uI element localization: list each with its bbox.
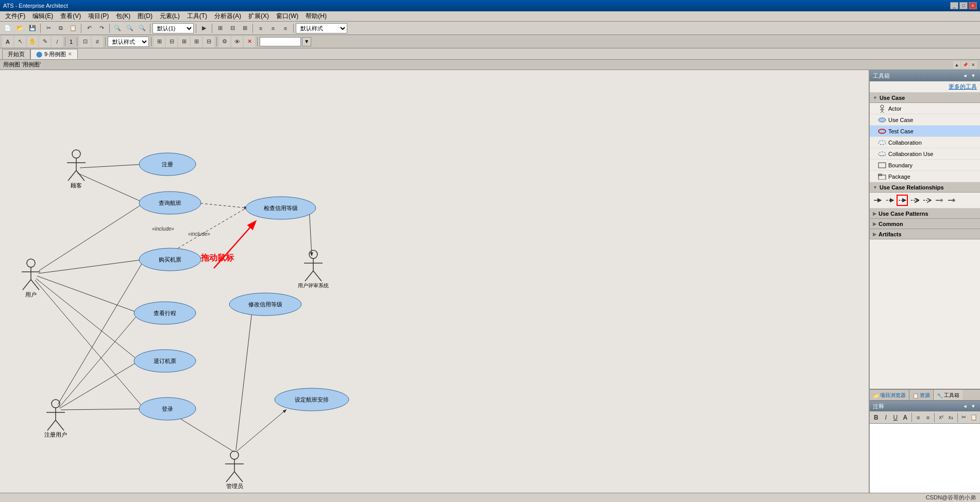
- tool-actor[interactable]: Actor: [870, 103, 980, 114]
- tool-boundary[interactable]: Boundary: [870, 160, 980, 171]
- tb-icon1[interactable]: ⊞: [214, 23, 226, 34]
- notes-super[interactable]: x²: [937, 412, 945, 423]
- save-btn[interactable]: 💾: [27, 23, 38, 34]
- notes-font-color[interactable]: A: [901, 412, 909, 423]
- notes-bold[interactable]: B: [872, 412, 881, 423]
- notes-list2[interactable]: ≡: [924, 412, 933, 423]
- zoom-dropdown[interactable]: 默认(1): [153, 23, 194, 33]
- run-btn[interactable]: ▶: [198, 23, 210, 34]
- panel-controls[interactable]: ▲ 📌 ✕: [953, 61, 977, 68]
- diag-grid[interactable]: #: [92, 36, 103, 47]
- pin-icon[interactable]: 📌: [961, 61, 969, 68]
- rel-tool-7[interactable]: [946, 195, 957, 206]
- rel-tool-2[interactable]: [884, 195, 895, 206]
- rel-tool-5[interactable]: [921, 195, 933, 206]
- diag-tb-pointer[interactable]: ↖: [14, 36, 26, 47]
- paste-btn[interactable]: 📋: [67, 23, 79, 34]
- open-btn[interactable]: 📂: [14, 23, 26, 34]
- menu-package[interactable]: 包(K): [113, 11, 133, 21]
- style-dropdown2[interactable]: 默认样式: [108, 37, 149, 47]
- menu-tools[interactable]: 工具(T): [184, 11, 210, 21]
- tool-testcase[interactable]: Test Case: [870, 126, 980, 137]
- search-field[interactable]: [260, 37, 301, 46]
- notes-cut[interactable]: ✂: [959, 412, 968, 423]
- tb-icon6[interactable]: ≡: [280, 23, 291, 34]
- window-controls[interactable]: _ □ ×: [950, 2, 977, 9]
- menu-extend[interactable]: 扩展(X): [245, 11, 272, 21]
- toolbox-pin-icon[interactable]: ▼: [970, 72, 977, 79]
- notes-collapse-icon[interactable]: ◄: [961, 403, 969, 410]
- diag-tb-a[interactable]: A: [2, 36, 13, 47]
- section-relationships[interactable]: Use Case Relationships: [870, 182, 980, 193]
- notes-controls[interactable]: ◄ ▼: [961, 403, 977, 410]
- diagram-area[interactable]: 注册 查询航班 检查信用等级 购买机票 修改信用等级 查看行程 退订机票 登录: [0, 70, 869, 493]
- tool-package[interactable]: Package: [870, 171, 980, 182]
- menu-project[interactable]: 项目(P): [85, 11, 112, 21]
- toolbox-header-controls[interactable]: ◄ ▼: [961, 72, 977, 79]
- section-common[interactable]: Common: [870, 219, 980, 229]
- maximize-button[interactable]: □: [959, 2, 968, 9]
- close-button[interactable]: ×: [969, 2, 977, 9]
- rel-tool-1[interactable]: [872, 195, 883, 206]
- undo-btn[interactable]: ↶: [83, 23, 95, 34]
- diag-tb-x[interactable]: ✕: [244, 36, 255, 47]
- menu-element[interactable]: 元素(L): [157, 11, 183, 21]
- zoom-out-btn[interactable]: 🔍: [137, 23, 148, 34]
- tb-icon2[interactable]: ⊟: [227, 23, 238, 34]
- start-tab[interactable]: 开始页: [2, 49, 30, 59]
- toolbox-tab[interactable]: 🔧 工具箱: [934, 390, 962, 401]
- zoom-in-btn[interactable]: 🔍: [124, 23, 136, 34]
- notes-italic[interactable]: I: [882, 412, 890, 423]
- tb-icon5[interactable]: ≡: [267, 23, 279, 34]
- tool-usecase[interactable]: Use Case: [870, 114, 980, 126]
- notes-paste[interactable]: 📋: [969, 412, 978, 423]
- diag-tb-btn5[interactable]: ⊟: [203, 36, 214, 47]
- notes-underline[interactable]: U: [891, 412, 900, 423]
- tool-collaboration-use[interactable]: Collaboration Use: [870, 148, 980, 160]
- resources-tab[interactable]: 📋 资源: [909, 390, 934, 401]
- section-patterns[interactable]: Use Case Patterns: [870, 209, 980, 219]
- close-panel-icon[interactable]: ✕: [970, 61, 977, 68]
- cut-btn[interactable]: ✂: [43, 23, 54, 34]
- tab-close-icon[interactable]: ✕: [68, 51, 72, 57]
- tool-collaboration[interactable]: Collaboration: [870, 137, 980, 148]
- rel-tool-6[interactable]: [934, 195, 945, 206]
- rel-tool-4[interactable]: [909, 195, 920, 206]
- diag-tb-line[interactable]: /: [52, 36, 63, 47]
- diag-tb-btn4[interactable]: ⊞: [191, 36, 202, 47]
- menu-diagram[interactable]: 图(D): [134, 11, 156, 21]
- tb-icon3[interactable]: ⊞: [239, 23, 250, 34]
- notes-list1[interactable]: ≡: [914, 412, 923, 423]
- diag-fit[interactable]: ⊡: [79, 36, 91, 47]
- filter-btn[interactable]: ▼: [302, 37, 311, 46]
- diagram-tab[interactable]: ⬤ 9·用例图 ✕: [30, 49, 78, 59]
- notes-pin-icon[interactable]: ▼: [970, 403, 977, 410]
- diag-tb-settings[interactable]: ⚙: [219, 36, 230, 47]
- new-btn[interactable]: 📄: [2, 23, 13, 34]
- collapse-up-icon[interactable]: ▲: [953, 61, 960, 68]
- more-tools-link[interactable]: 更多的工具: [949, 83, 977, 91]
- diag-tb-hand[interactable]: ✋: [27, 36, 38, 47]
- menu-edit[interactable]: 编辑(E): [29, 11, 56, 21]
- tb-icon4[interactable]: ≡: [255, 23, 266, 34]
- style-dropdown[interactable]: 默认样式: [296, 23, 347, 33]
- diag-tb-btn1[interactable]: ⊞: [154, 36, 165, 47]
- diag-tb-eye[interactable]: 👁: [231, 36, 243, 47]
- diag-tb-btn3[interactable]: ⊞: [178, 36, 190, 47]
- notes-content[interactable]: [870, 424, 980, 494]
- rel-tool-3[interactable]: [897, 195, 908, 206]
- project-browser-tab[interactable]: 📁 项目浏览器: [870, 390, 909, 401]
- section-artifacts[interactable]: Artifacts: [870, 229, 980, 239]
- section-use-case[interactable]: Use Case: [870, 93, 980, 103]
- toolbox-more-icon[interactable]: ◄: [961, 72, 969, 79]
- diag-tb-btn2[interactable]: ⊟: [166, 36, 177, 47]
- redo-btn[interactable]: ↷: [96, 23, 107, 34]
- minimize-button[interactable]: _: [950, 2, 958, 9]
- menu-window[interactable]: 窗口(W): [273, 11, 301, 21]
- notes-sub[interactable]: x₂: [947, 412, 955, 423]
- menu-file[interactable]: 文件(F): [2, 11, 28, 21]
- menu-help[interactable]: 帮助(H): [302, 11, 330, 21]
- copy-btn[interactable]: ⧉: [55, 23, 66, 34]
- menu-view[interactable]: 查看(V): [57, 11, 84, 21]
- menu-analyzer[interactable]: 分析器(A): [211, 11, 244, 21]
